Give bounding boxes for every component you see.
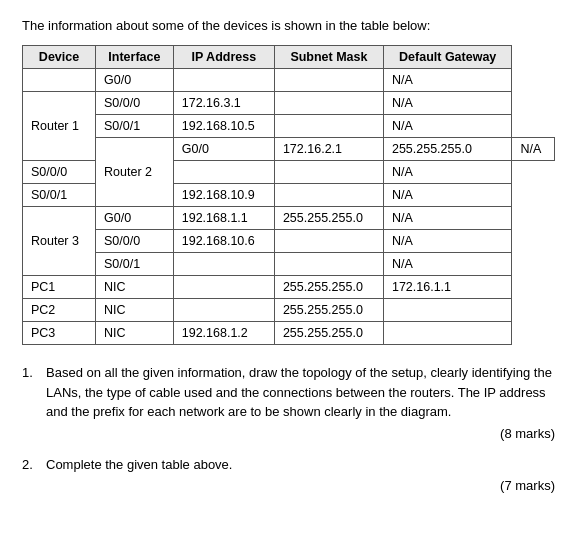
ip-cell [173,253,274,276]
col-header-device: Device [23,46,96,69]
gateway-cell: N/A [383,207,511,230]
subnet-cell [274,92,383,115]
table-row: S0/0/1N/A [23,253,555,276]
gateway-cell: N/A [383,69,511,92]
col-header-gateway: Default Gateway [383,46,511,69]
gateway-cell [383,299,511,322]
subnet-cell [274,184,383,207]
table-row: S0/0/0192.168.10.6N/A [23,230,555,253]
ip-cell: 192.168.1.1 [173,207,274,230]
question-2: 2. Complete the given table above. (7 ma… [22,455,555,494]
gateway-cell [383,322,511,345]
q1-text: Based on all the given information, draw… [46,363,555,422]
table-row: PC1NIC255.255.255.0172.16.1.1 [23,276,555,299]
device-cell: PC3 [23,322,96,345]
device-cell: Router 3 [23,207,96,276]
ip-cell: 172.16.3.1 [173,92,274,115]
interface-cell: S0/0/0 [96,230,174,253]
interface-cell: G0/0 [173,138,274,161]
table-row: G0/0N/A [23,69,555,92]
q2-marks: (7 marks) [22,478,555,493]
interface-cell: G0/0 [96,69,174,92]
subnet-cell [274,161,383,184]
intro-text: The information about some of the device… [22,18,555,33]
subnet-cell [274,115,383,138]
interface-cell: G0/0 [96,207,174,230]
ip-cell [173,161,274,184]
questions-section: 1. Based on all the given information, d… [22,363,555,493]
subnet-cell: 255.255.255.0 [274,207,383,230]
subnet-cell: 255.255.255.0 [383,138,511,161]
subnet-cell: 255.255.255.0 [274,276,383,299]
interface-cell: S0/0/0 [96,92,174,115]
device-cell: Router 1 [23,92,96,161]
ip-cell [173,276,274,299]
table-row: PC3NIC192.168.1.2255.255.255.0 [23,322,555,345]
subnet-cell [274,69,383,92]
gateway-cell: N/A [383,184,511,207]
ip-cell [173,69,274,92]
col-header-interface: Interface [96,46,174,69]
q1-number: 1. [22,363,40,422]
question-1: 1. Based on all the given information, d… [22,363,555,441]
device-cell [23,69,96,92]
ip-cell: 192.168.10.9 [173,184,274,207]
device-cell: PC1 [23,276,96,299]
table-row: S0/0/1192.168.10.5N/A [23,115,555,138]
table-row: PC2NIC255.255.255.0 [23,299,555,322]
ip-cell: 192.168.10.5 [173,115,274,138]
gateway-cell: N/A [383,253,511,276]
gateway-cell: N/A [383,161,511,184]
subnet-cell [274,253,383,276]
col-header-ip: IP Address [173,46,274,69]
q2-text: Complete the given table above. [46,455,232,475]
interface-cell: S0/0/1 [96,115,174,138]
subnet-cell: 255.255.255.0 [274,299,383,322]
ip-cell [173,299,274,322]
interface-cell: NIC [96,322,174,345]
interface-cell: S0/0/1 [23,184,96,207]
table-row: Router 1S0/0/0172.16.3.1N/A [23,92,555,115]
device-cell: PC2 [23,299,96,322]
col-header-subnet: Subnet Mask [274,46,383,69]
gateway-cell: N/A [383,230,511,253]
interface-cell: S0/0/1 [96,253,174,276]
q1-marks: (8 marks) [22,426,555,441]
gateway-cell: N/A [383,92,511,115]
table-row: Router 3G0/0192.168.1.1255.255.255.0N/A [23,207,555,230]
q2-number: 2. [22,455,40,475]
device-cell: Router 2 [96,138,174,207]
interface-cell: S0/0/0 [23,161,96,184]
network-table: Device Interface IP Address Subnet Mask … [22,45,555,345]
ip-cell: 192.168.1.2 [173,322,274,345]
gateway-cell: N/A [512,138,555,161]
ip-cell: 172.16.2.1 [274,138,383,161]
gateway-cell: 172.16.1.1 [383,276,511,299]
ip-cell: 192.168.10.6 [173,230,274,253]
subnet-cell: 255.255.255.0 [274,322,383,345]
interface-cell: NIC [96,276,174,299]
gateway-cell: N/A [383,115,511,138]
interface-cell: NIC [96,299,174,322]
subnet-cell [274,230,383,253]
table-row: Router 2G0/0172.16.2.1255.255.255.0N/A [23,138,555,161]
